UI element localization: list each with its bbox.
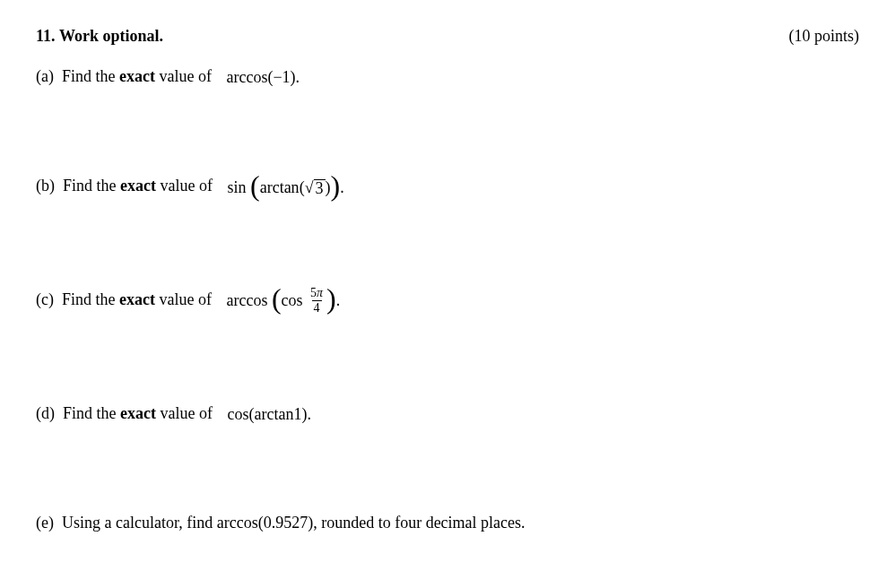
part-b-outer-fn: sin	[227, 178, 246, 197]
subpart-a: (a) Find the exact value of arccos(−1).	[36, 67, 859, 87]
part-b-bold: exact	[120, 177, 156, 195]
part-d-math: cos(arctan1).	[227, 405, 310, 424]
part-d-bold: exact	[120, 404, 156, 422]
part-e-content: Using a calculator, find arccos(0.9527),…	[62, 514, 526, 532]
question-number: 11.	[36, 27, 56, 45]
part-c-bold: exact	[119, 290, 155, 307]
part-c-before: Find the	[62, 290, 119, 307]
subpart-e-label: (e)	[36, 514, 54, 532]
subpart-c: (c) Find the exact value of arccos ( cos…	[36, 287, 859, 315]
subpart-a-text: Find the exact value of	[57, 67, 215, 85]
part-c-expression: arccos ( cos 5π 4 ) .	[226, 287, 340, 315]
fraction-numerator: 5π	[308, 287, 325, 300]
subpart-e: (e) Using a calculator, find arccos(0.95…	[36, 514, 859, 532]
question-title: Work optional.	[59, 27, 163, 45]
part-a-bold: exact	[119, 67, 155, 85]
part-c-outer-fn: arccos	[226, 291, 267, 310]
part-c-end: .	[336, 291, 341, 310]
subpart-d: (d) Find the exact value of cos(arctan1)…	[36, 404, 859, 424]
subpart-c-text: Find the exact value of	[57, 290, 215, 307]
part-d-after: value of	[156, 404, 213, 422]
question-number-title: 11. Work optional.	[36, 27, 163, 46]
part-c-inner-fn: cos	[282, 291, 303, 310]
sqrt-expression: √ 3	[305, 178, 326, 197]
subpart-e-text: Using a calculator, find arccos(0.9527),…	[57, 514, 525, 532]
part-b-end: .	[340, 178, 344, 197]
part-d-before: Find the	[63, 404, 120, 422]
subpart-c-label: (c)	[36, 290, 54, 307]
part-b-expression: sin ( arctan ( √ 3 ) ) .	[227, 178, 343, 197]
part-a-math: arccos(−1).	[226, 68, 300, 87]
subpart-d-label: (d)	[36, 404, 55, 422]
part-b-inner-fn: arctan	[260, 178, 300, 197]
subpart-b: (b) Find the exact value of sin ( arctan…	[36, 177, 859, 196]
frac-space	[303, 291, 308, 310]
part-a-expression: arccos(−1).	[226, 68, 300, 87]
pi-symbol: π	[317, 286, 323, 299]
inner-paren-close: )	[326, 178, 331, 197]
fraction-5pi-4: 5π 4	[308, 287, 325, 315]
subpart-a-label: (a)	[36, 67, 54, 85]
part-c-after: value of	[155, 290, 212, 307]
subpart-b-text: Find the exact value of	[59, 177, 217, 195]
part-a-after: value of	[155, 67, 212, 85]
part-b-after: value of	[156, 177, 213, 195]
fraction-denominator: 4	[312, 300, 322, 315]
part-d-expression: cos(arctan1).	[227, 405, 310, 424]
sqrt-symbol: √	[305, 178, 314, 197]
part-b-before: Find the	[63, 177, 120, 195]
subpart-d-text: Find the exact value of	[59, 404, 217, 422]
question-header: 11. Work optional. (10 points)	[36, 27, 859, 46]
part-a-before: Find the	[62, 67, 119, 85]
subpart-b-label: (b)	[36, 177, 55, 195]
question-points: (10 points)	[789, 27, 860, 46]
sqrt-value: 3	[314, 179, 326, 196]
